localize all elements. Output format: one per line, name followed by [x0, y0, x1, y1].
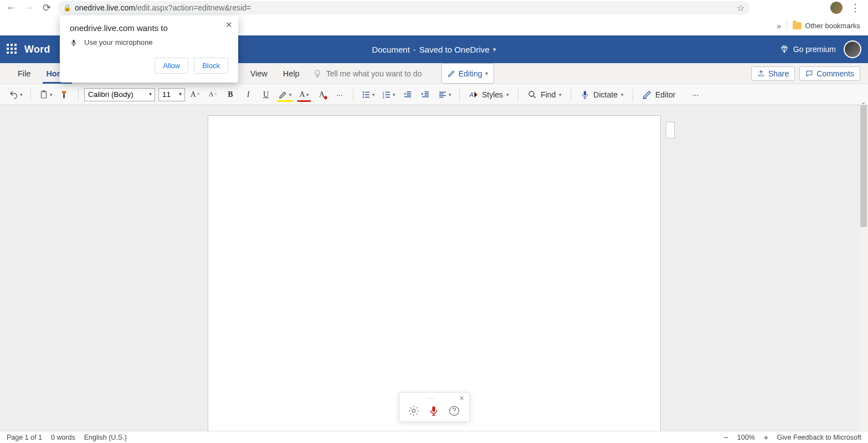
block-button[interactable]: Block: [194, 58, 228, 74]
word-count[interactable]: 0 words: [51, 434, 75, 441]
zoom-out-button[interactable]: −: [722, 432, 731, 442]
close-popup-button[interactable]: ✕: [225, 20, 233, 30]
document-name: Document: [372, 45, 409, 54]
share-button[interactable]: Share: [751, 66, 795, 81]
editing-mode-button[interactable]: Editing ▾: [441, 63, 495, 84]
font-color-button[interactable]: A▾: [296, 87, 312, 102]
editor-label: Editor: [655, 90, 676, 99]
home-toolbar: ▾ ▾ A^ A^ B I U ▾ A▾ A◆ ··· ▾ 123 ▾ ▾: [0, 84, 868, 105]
divider: [459, 89, 460, 101]
italic-button[interactable]: I: [240, 87, 256, 102]
close-dictation-button[interactable]: ✕: [459, 395, 464, 402]
tab-file[interactable]: File: [10, 63, 38, 84]
more-commands-button[interactable]: ···: [688, 87, 703, 102]
format-painter-button[interactable]: [57, 87, 73, 102]
underline-button[interactable]: U: [258, 87, 274, 102]
share-label: Share: [768, 69, 789, 78]
paste-button[interactable]: ▾: [37, 87, 55, 102]
zoom-level[interactable]: 100%: [737, 434, 755, 441]
align-button[interactable]: ▾: [435, 87, 454, 102]
microphone-icon: [580, 90, 590, 100]
vertical-scrollbar[interactable]: [859, 105, 868, 431]
browser-menu-button[interactable]: ⋮: [847, 2, 864, 14]
grow-font-button[interactable]: A^: [187, 87, 203, 102]
comment-icon: [805, 70, 813, 78]
increase-indent-button[interactable]: [418, 87, 433, 102]
forward-button[interactable]: →: [22, 1, 35, 14]
undo-icon: [9, 90, 19, 100]
dictate-button[interactable]: Dictate ▾: [577, 90, 627, 100]
tab-view[interactable]: View: [243, 63, 275, 84]
highlight-color-button[interactable]: ▾: [276, 87, 294, 102]
comments-label: Comments: [816, 69, 854, 78]
user-avatar[interactable]: [844, 40, 861, 58]
more-font-options-button[interactable]: ···: [332, 87, 347, 102]
bulleted-list-icon: [361, 90, 371, 100]
svg-rect-10: [584, 91, 587, 95]
tell-me-input[interactable]: [326, 69, 432, 78]
dictation-settings-button[interactable]: [408, 405, 420, 417]
chevron-down-icon: ▾: [306, 92, 309, 97]
svg-point-2: [363, 91, 364, 92]
lightbulb-icon: [313, 69, 322, 78]
page-count[interactable]: Page 1 of 1: [7, 434, 42, 441]
shrink-font-button[interactable]: A^: [205, 87, 220, 102]
document-canvas: ··· ✕: [0, 105, 868, 431]
chevron-down-icon: ▾: [493, 46, 496, 53]
clipboard-icon: [39, 90, 49, 100]
bookmarks-overflow-button[interactable]: »: [777, 21, 781, 30]
chevron-down-icon: ▾: [20, 92, 23, 97]
dictation-help-button[interactable]: [448, 405, 460, 417]
clear-formatting-button[interactable]: A◆: [314, 87, 330, 102]
scrollbar-thumb[interactable]: [860, 105, 867, 227]
ruler-split-handle[interactable]: [666, 122, 675, 138]
svg-rect-15: [73, 39, 75, 43]
bullets-button[interactable]: ▾: [359, 87, 377, 102]
numbering-button[interactable]: 123 ▾: [379, 87, 398, 102]
find-button[interactable]: Find ▾: [524, 90, 565, 100]
styles-button[interactable]: A Styles ▾: [465, 90, 512, 100]
pencil-icon: [448, 70, 455, 78]
browser-profile-avatar[interactable]: [830, 2, 843, 14]
go-premium-button[interactable]: Go premium: [780, 45, 836, 54]
bookmark-star-icon[interactable]: ☆: [737, 3, 744, 13]
drag-handle-icon[interactable]: ···: [427, 395, 435, 401]
chevron-down-icon: ▾: [372, 92, 375, 97]
zoom-in-button[interactable]: +: [762, 432, 771, 442]
back-button[interactable]: ←: [4, 1, 18, 14]
status-bar: Page 1 of 1 0 words English (U.S.) − 100…: [0, 431, 868, 443]
outdent-icon: [403, 90, 413, 100]
styles-label: Styles: [482, 90, 503, 99]
app-launcher-icon[interactable]: [7, 44, 18, 55]
bold-button[interactable]: B: [223, 87, 238, 102]
editing-mode-label: Editing: [459, 69, 482, 78]
svg-point-14: [454, 413, 455, 414]
lock-icon: 🔒: [63, 4, 71, 12]
divider: [633, 89, 633, 101]
tell-me-search[interactable]: [313, 63, 432, 84]
feedback-link[interactable]: Give Feedback to Microsoft: [777, 434, 861, 441]
undo-button[interactable]: ▾: [7, 87, 25, 102]
allow-button[interactable]: Allow: [155, 58, 188, 74]
dictation-mic-button[interactable]: [428, 405, 440, 417]
language-status[interactable]: English (U.S.): [84, 434, 127, 441]
decrease-indent-button[interactable]: [400, 87, 415, 102]
editor-button[interactable]: Editor: [639, 90, 679, 100]
reload-button[interactable]: ⟳: [40, 1, 53, 14]
mic-permission-popup: ✕ onedrive.live.com wants to Use your mi…: [60, 16, 238, 83]
divider: [518, 89, 518, 101]
svg-rect-1: [43, 90, 45, 92]
paintbrush-icon: [60, 90, 70, 100]
comments-button[interactable]: Comments: [799, 66, 860, 81]
font-name-select[interactable]: [84, 88, 155, 101]
font-size-select[interactable]: [158, 88, 185, 101]
divider: [571, 89, 571, 101]
document-title-group[interactable]: Document - Saved to OneDrive ▾: [372, 45, 496, 54]
document-page[interactable]: [208, 115, 661, 431]
address-bar[interactable]: 🔒 onedrive.live.com/edit.aspx?action=edi…: [58, 1, 750, 14]
align-left-icon: [438, 90, 448, 100]
other-bookmarks-folder[interactable]: Other bookmarks: [793, 22, 860, 30]
tab-help[interactable]: Help: [275, 63, 307, 84]
dictation-widget: ··· ✕: [399, 392, 470, 422]
app-name: Word: [24, 44, 50, 55]
